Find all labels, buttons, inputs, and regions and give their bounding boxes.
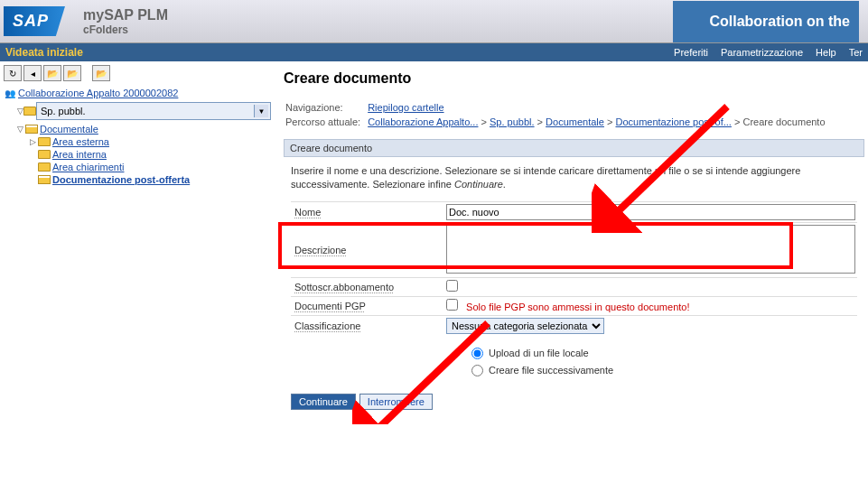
radio-create-later[interactable] [471,365,483,376]
upload-options: Upload di un file locale Creare file suc… [291,336,857,388]
tree-node-area-chiarimenti[interactable]: Area chiarimenti [4,161,276,173]
checkbox-subscription[interactable] [446,280,458,292]
continue-button[interactable]: Continuare [291,394,356,410]
sap-logo: SAP [4,6,65,36]
nav-label: Navigazione: [285,101,366,114]
breadcrumb: Collaborazione Appalto... > Sp. pubbl. >… [368,116,830,128]
crumb-doc-post[interactable]: Documentazione post-of... [615,116,731,127]
tree-link-area-esterna[interactable]: Area esterna [52,136,109,147]
nav-tree: Collaborazione Appalto 2000002082 ▽ Sp. … [4,87,276,186]
tree-dropdown-row: ▽ Sp. pubbl. ▼ [4,102,276,120]
top-menu-links: Preferiti Parametrizzazione Help Ter [674,47,863,58]
crumb-current: Creare documento [742,116,825,127]
tree-link-documentale[interactable]: Documentale [40,124,98,135]
radio-row-later[interactable]: Creare file successivamente [471,362,857,379]
input-description[interactable] [446,225,855,274]
tree-node-area-esterna[interactable]: ▷ Area esterna [4,135,276,148]
menu-term[interactable]: Ter [849,47,863,58]
row-description: Descrizione [291,222,857,277]
expand-icon[interactable]: ▷ [29,137,36,146]
area-select-value: Sp. pubbl. [39,106,254,116]
header-product: mySAP PLM [83,7,168,23]
crumb-documentale[interactable]: Documentale [546,116,604,127]
nav-table: Navigazione: Riepilogo cartelle Percorso… [284,99,833,130]
area-select[interactable]: Sp. pubbl. ▼ [36,102,271,120]
page-title: Creare documento [284,70,864,87]
label-subscription: Sottoscr.abbonamento [291,278,444,296]
radio-label-upload: Upload di un file locale [489,348,589,358]
select-classification[interactable]: Nessuna categoria selezionata [446,318,604,334]
dropdown-arrow-icon[interactable]: ▼ [254,105,268,117]
header-tagline: Collaboration on the [673,1,859,42]
form-area: Nome Descrizione Sottoscr.abbonamento Do… [284,201,864,388]
input-name[interactable] [446,204,855,220]
toolbar-folder-up-icon[interactable]: 📂 [43,65,61,81]
instruction-em: Continuare [454,179,503,190]
top-menu-bar: Videata iniziale Preferiti Parametrizzaz… [0,43,868,61]
row-classification: Classificazione Nessuna categoria selezi… [291,315,857,336]
crumb-sp-pubbl[interactable]: Sp. pubbl. [490,116,535,127]
main-content: Creare documento Navigazione: Riepilogo … [280,61,868,424]
tree-root[interactable]: Collaborazione Appalto 2000002082 [4,87,276,99]
folder-icon [23,106,36,116]
tree-link-doc-post-offerta[interactable]: Documentazione post-offerta [52,174,190,185]
radio-upload-local[interactable] [471,348,483,359]
header-module: cFolders [83,23,168,36]
header-title-block: mySAP PLM cFolders [83,7,168,36]
folder-open-icon [25,124,38,135]
refresh-icon[interactable]: ↻ [4,65,22,81]
app-header: SAP mySAP PLM cFolders Collaboration on … [0,0,868,43]
nav-overview-link[interactable]: Riepilogo cartelle [368,102,443,113]
label-description: Descrizione [291,241,444,259]
radio-row-upload[interactable]: Upload di un file locale [471,345,857,362]
instruction-body: Inserire il nome e una descrizione. Sele… [291,165,800,190]
tree-toolbar: ↻ ◂ 📂 📂 📂 [4,65,276,81]
crumb-collab[interactable]: Collaborazione Appalto... [368,116,478,127]
menu-help[interactable]: Help [816,47,836,58]
label-pgp: Documenti PGP [291,297,444,315]
instruction-text: Inserire il nome e una descrizione. Sele… [284,162,864,201]
path-label: Percorso attuale: [285,116,366,128]
label-classification: Classificazione [291,317,444,335]
folder-open-icon [38,174,51,185]
sidebar: ↻ ◂ 📂 📂 📂 Collaborazione Appalto 2000002… [0,61,280,424]
tree-node-documentale[interactable]: ▽ Documentale [4,123,276,135]
toolbar-folder-next-icon[interactable]: 📂 [92,65,110,81]
tree-link-area-interna[interactable]: Area interna [52,149,107,160]
row-name: Nome [291,201,857,222]
cancel-button[interactable]: Interrompere [359,394,433,410]
tree-node-area-interna[interactable]: Area interna [4,148,276,161]
menu-favorites[interactable]: Preferiti [674,47,708,58]
tree-root-link[interactable]: Collaborazione Appalto 2000002082 [18,88,178,98]
toolbar-folder-down-icon[interactable]: 📂 [63,65,81,81]
tree-link-area-chiarimenti[interactable]: Area chiarimenti [52,162,124,172]
row-pgp: Documenti PGP Solo file PGP sono ammessi… [291,296,857,315]
button-row: Continuare Interrompere [284,388,864,415]
collab-icon [4,88,16,98]
folder-icon [38,136,51,147]
folder-icon [38,149,51,160]
checkbox-pgp[interactable] [446,299,458,311]
section-header: Creare documento [284,139,864,157]
menu-settings[interactable]: Parametrizzazione [721,47,803,58]
screen-title: Videata iniziale [5,46,83,59]
label-name: Nome [291,203,444,221]
expand-icon[interactable]: ▽ [16,107,23,116]
pgp-warning: Solo file PGP sono ammessi in questo doc… [466,302,689,312]
row-subscription: Sottoscr.abbonamento [291,277,857,296]
radio-label-later: Creare file successivamente [489,365,613,376]
tree-node-doc-post-offerta[interactable]: Documentazione post-offerta [4,173,276,186]
expand-icon[interactable]: ▽ [16,125,23,134]
folder-icon [38,162,51,172]
toolbar-collapse-icon[interactable]: ◂ [23,65,42,81]
